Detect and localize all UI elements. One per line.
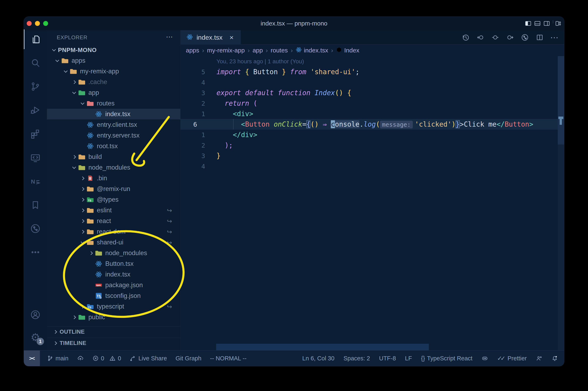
extensions-activity-item[interactable] [24,124,47,144]
tree-item--cache[interactable]: .cache [47,77,180,87]
tree-item-tsconfig-json[interactable]: TStsconfig.json [47,291,180,301]
nx-console-activity-item[interactable]: N [24,172,47,191]
tree-item-build[interactable]: build [47,152,180,162]
status-spaces-2[interactable]: Spaces: 2 [344,355,370,362]
status-copilot[interactable] [482,355,488,362]
close-tab-icon[interactable]: × [229,33,234,42]
status-live-share[interactable]: Live Share [130,355,167,362]
nav-back-icon[interactable] [476,33,485,42]
status-prettier-check[interactable]: ✓✓Prettier [497,355,527,362]
outline-section[interactable]: OUTLINE [47,326,180,337]
tree-item-button-tsx[interactable]: Button.tsx [47,258,180,269]
more-actions-icon[interactable]: ⋯ [550,33,559,42]
code-editor[interactable]: You, 23 hours ago | 1 author (You)5impor… [181,56,558,172]
code-line[interactable]: 3} [181,150,558,161]
breadcrumb-item-my-remix-app[interactable]: my-remix-app [207,47,245,54]
breadcrumb-item-app[interactable]: app [252,47,263,54]
toggle-primary-sidebar-icon[interactable] [525,20,532,28]
code-line[interactable]: 2 ); [181,140,558,150]
toggle-panel-icon[interactable] [534,20,541,28]
tree-item-pnpm-mono[interactable]: PNPM-MONO [47,45,180,55]
tree-item-entry-client-tsx[interactable]: entry.client.tsx [47,119,180,130]
explorer-more-icon[interactable]: ⋯ [166,30,173,43]
tree-item-root-tsx[interactable]: root.tsx [47,141,180,152]
breadcrumb-item-index-tsx[interactable]: index.tsx [296,47,328,54]
nav-forward-icon[interactable] [505,33,515,42]
tree-item-entry-server-tsx[interactable]: entry.server.tsx [47,130,180,141]
tree-item-public[interactable]: public [47,312,180,322]
line-number: 2 [181,100,205,107]
breadcrumb-item-apps[interactable]: apps [186,47,199,54]
status-brackets[interactable]: {}TypeScript React [421,355,473,362]
history-icon[interactable] [461,33,470,42]
files-activity-item[interactable] [24,29,47,49]
line-number: 1 [181,131,205,139]
account-icon[interactable] [24,305,47,325]
tree-item-package-json[interactable]: npmpackage.json [47,280,180,291]
split-editor-icon[interactable] [535,33,544,42]
customize-layout-icon[interactable] [555,20,562,28]
tree-item--bin[interactable]: 01.bin [47,173,180,184]
error-icon [92,355,99,362]
tree-item-shared-ui[interactable]: shared-ui↪ [47,237,180,248]
code-line[interactable]: 4 [181,77,558,88]
status-label: Ln 6, Col 30 [302,355,334,362]
more-activity-item[interactable] [24,242,47,262]
timeline-section[interactable]: TIMELINE [47,338,180,348]
status-utf-8[interactable]: UTF-8 [379,355,396,362]
horizontal-scrollbar[interactable] [216,344,429,351]
chevron-down-icon [55,58,59,62]
tree-item-eslint[interactable]: eslint↪ [47,205,180,216]
search-activity-item[interactable] [24,53,47,73]
source-control-activity-item[interactable] [24,77,47,97]
tree-item-index-tsx[interactable]: index.tsx [47,109,180,119]
code-line[interactable]: 2 return ( [181,98,558,108]
tree-item--remix-run[interactable]: @remix-run [47,184,180,194]
status-git-graph[interactable]: Git Graph [176,355,201,362]
tree-item--types[interactable]: TS@types [47,194,180,205]
run-debug-activity-item[interactable] [24,100,47,120]
tree-item-typescript[interactable]: TStypescript↪ [47,301,180,312]
status-lf[interactable]: LF [405,355,412,362]
status--normal-[interactable]: -- NORMAL -- [210,355,247,362]
status-bell-dot[interactable] [551,355,558,362]
tree-item-node-modules[interactable]: node_modules [47,162,180,173]
code-line[interactable]: 3export default function Index() { [181,88,558,98]
vertical-scrollbar-slider[interactable] [558,56,564,145]
git-circle-icon[interactable] [520,33,530,42]
remote-indicator[interactable]: >< [24,351,40,366]
breadcrumb-item-index[interactable]: Index [336,47,359,54]
git-graph-activity-item[interactable] [24,219,47,238]
toggle-secondary-sidebar-icon[interactable] [543,20,550,28]
remote-explorer-activity-item[interactable] [24,148,47,168]
settings-gear-icon[interactable]: ⚙1 [24,327,47,347]
tree-item-app[interactable]: app [47,87,180,98]
breadcrumb-item-routes[interactable]: routes [271,47,288,54]
breadcrumb-separator: › [202,47,204,54]
status-person-share[interactable] [536,355,542,362]
chevron-down-icon [52,47,56,51]
bookmarks-activity-item[interactable] [24,195,47,215]
tree-item-my-remix-app[interactable]: my-remix-app [47,66,180,77]
code-line-current[interactable]: 6 <Button onClick={() ⇒ console.log(mess… [181,119,558,129]
code-line[interactable]: 1 <div> [181,108,558,119]
status-ln-6-col-30[interactable]: Ln 6, Col 30 [302,355,334,362]
tree-item-label: @types [97,196,119,203]
code-line[interactable]: 4 [181,161,558,172]
tree-item-label: my-remix-app [80,68,119,75]
tab-index-tsx[interactable]: index.tsx × [181,30,241,45]
tree-item-index-tsx[interactable]: index.tsx [47,269,180,280]
status-cloud-upload[interactable] [77,355,84,362]
status-branch[interactable]: main [47,355,69,362]
tree-item-react[interactable]: react↪ [47,216,180,226]
status-error[interactable]: 00 [92,355,121,362]
tree-item-node-modules[interactable]: node_modules [47,248,180,258]
code-line[interactable]: 1 </div> [181,129,558,140]
tree-item-react-dom[interactable]: react-dom↪ [47,226,180,237]
bell-dot-icon [551,355,558,362]
tree-item-apps[interactable]: apps [47,55,180,66]
folder-tan-icon [78,79,86,86]
tree-item-routes[interactable]: routes [47,98,180,109]
nav-location-icon[interactable] [490,33,500,42]
code-line[interactable]: 5import { Button } from 'shared-ui'; [181,67,558,77]
